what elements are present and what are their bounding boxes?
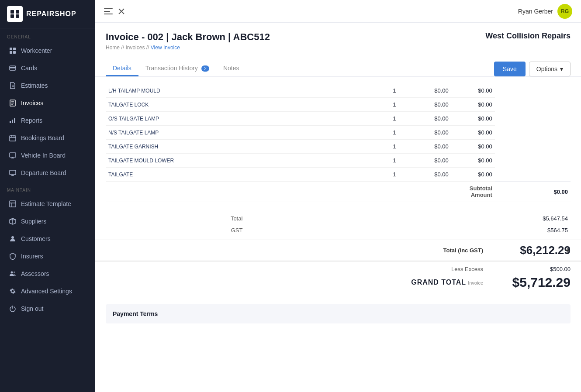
svg-rect-17: [12, 120, 13, 123]
item-unit-price: $0.00: [408, 84, 451, 98]
advanced-settings-label: Advanced Settings: [21, 288, 72, 295]
power-icon: [9, 305, 17, 313]
item-total: $0.00: [451, 98, 495, 112]
topbar-right: Ryan Gerber RG: [518, 4, 572, 19]
tab-notes-label: Notes: [223, 65, 239, 72]
invoice-icon: [9, 99, 17, 107]
breadcrumb-home: Home: [106, 45, 120, 51]
invoice-body: L/H TAILAMP MOULD 1 $0.00 $0.00 TAILGATE…: [95, 77, 581, 209]
sidebar-item-bookings-board[interactable]: Bookings Board: [2, 130, 93, 146]
gst-label: GST: [138, 224, 245, 236]
grand-total-label-group: GRAND TOTAL Invoice: [411, 279, 483, 286]
item-unit-price: $0.00: [408, 140, 451, 154]
options-button[interactable]: Options ▾: [529, 62, 571, 76]
logo-icon: [7, 6, 23, 22]
invoice-title: Invoice - 002 | Jack Brown | ABC512: [106, 31, 270, 43]
item-unit-price: $0.00: [408, 154, 451, 168]
tab-transaction-history[interactable]: Transaction History 2: [138, 61, 216, 76]
payment-terms-section: Payment Terms: [106, 304, 571, 323]
sidebar-item-reports[interactable]: Reports: [2, 112, 93, 129]
item-total: $0.00: [451, 84, 495, 98]
line-items-table: L/H TAILAMP MOULD 1 $0.00 $0.00 TAILGATE…: [106, 84, 571, 202]
table-row: TAILGATE LOCK 1 $0.00 $0.00: [106, 98, 571, 112]
tab-notes[interactable]: Notes: [216, 61, 246, 76]
close-button[interactable]: [118, 8, 125, 15]
svg-rect-3: [16, 14, 19, 18]
total-inc-gst-section: Total (Inc GST) $6,212.29 +: [95, 240, 581, 261]
sidebar-item-workcenter[interactable]: Workcenter: [2, 42, 93, 59]
svg-point-35: [11, 272, 13, 274]
item-unit-price: $0.00: [408, 112, 451, 126]
save-button[interactable]: Save: [494, 62, 526, 76]
sidebar-item-departure-board[interactable]: Departure Board: [2, 165, 93, 181]
svg-point-36: [14, 272, 15, 273]
sidebar: REPAIRSHOP GENERAL Workcenter Cards Esti…: [0, 0, 95, 392]
table-row: TAILGATE 1 $0.00 $0.00: [106, 168, 571, 182]
suppliers-label: Suppliers: [21, 218, 46, 225]
item-qty: 1: [381, 98, 408, 112]
item-total: $0.00: [451, 126, 495, 140]
subtotal-label: Subtotal Amount: [451, 182, 495, 202]
svg-rect-7: [13, 51, 16, 54]
sidebar-item-vehicle-in-board[interactable]: Vehicle In Board: [2, 147, 93, 164]
subtotal-value: $0.00: [495, 182, 571, 202]
box-icon: [9, 217, 17, 225]
chevron-down-icon: ▾: [560, 65, 563, 72]
item-qty: 1: [381, 84, 408, 98]
tab-details[interactable]: Details: [106, 61, 138, 76]
user-name: Ryan Gerber: [518, 8, 553, 15]
breadcrumb-view-invoice[interactable]: View Invoice: [151, 45, 180, 51]
sidebar-item-suppliers[interactable]: Suppliers: [2, 213, 93, 230]
customers-label: Customers: [21, 235, 51, 242]
table-row: TAILGATE GARNISH 1 $0.00 $0.00: [106, 140, 571, 154]
gst-value: $564.75: [245, 224, 571, 236]
svg-rect-1: [16, 10, 19, 14]
item-qty: 1: [381, 154, 408, 168]
sidebar-item-cards[interactable]: Cards: [2, 60, 93, 76]
sidebar-item-sign-out[interactable]: Sign out: [2, 300, 93, 317]
less-excess-row: Less Excess $500.00: [106, 266, 571, 272]
sidebar-item-advanced-settings[interactable]: Advanced Settings: [2, 283, 93, 299]
grand-total-section: Less Excess $500.00 GRAND TOTAL Invoice …: [95, 261, 581, 297]
sidebar-item-insurers[interactable]: Insurers: [2, 248, 93, 265]
totals-section: Total $5,647.54 GST $564.75: [95, 209, 581, 240]
table-row: L/H TAILAMP MOULD 1 $0.00 $0.00: [106, 84, 571, 98]
totals-table: Total $5,647.54 GST $564.75: [106, 213, 571, 236]
calendar-icon: [9, 134, 17, 142]
item-name: TAILGATE GARNISH: [106, 140, 381, 154]
table-row: TAILGATE MOULD LOWER 1 $0.00 $0.00: [106, 154, 571, 168]
user-avatar: RG: [557, 4, 572, 19]
add-charge-button[interactable]: +: [565, 245, 571, 256]
departure-board-label: Departure Board: [21, 169, 66, 176]
sidebar-item-invoices[interactable]: Invoices: [2, 95, 93, 111]
item-unit-price: $0.00: [408, 98, 451, 112]
bar-chart-icon: [9, 117, 17, 124]
sidebar-item-customers[interactable]: Customers: [2, 230, 93, 247]
tabs: Details Transaction History 2 Notes: [106, 61, 246, 76]
item-qty: 1: [381, 168, 408, 182]
svg-rect-26: [10, 170, 16, 175]
person-icon: [9, 235, 17, 243]
total-inc-gst-label: Total (Inc GST): [443, 247, 483, 254]
vehicle-in-board-label: Vehicle In Board: [21, 152, 66, 159]
item-name: N/S TAILGATE LAMP: [106, 126, 381, 140]
svg-rect-16: [10, 121, 11, 123]
menu-toggle-button[interactable]: [104, 7, 113, 16]
svg-rect-5: [13, 48, 16, 50]
gear-icon: [9, 287, 17, 295]
sidebar-item-assessors[interactable]: Assessors: [2, 265, 93, 282]
breadcrumb-invoices: Invoices: [125, 45, 145, 51]
less-excess-value: $500.00: [501, 266, 571, 272]
shield-icon: [9, 252, 17, 260]
item-total: $0.00: [451, 168, 495, 182]
sidebar-item-estimates[interactable]: Estimates: [2, 77, 93, 94]
sidebar-item-estimate-template[interactable]: Estimate Template: [2, 196, 93, 212]
svg-rect-29: [10, 201, 16, 207]
item-name: TAILGATE LOCK: [106, 98, 381, 112]
estimate-template-label: Estimate Template: [21, 200, 71, 207]
app-name: REPAIRSHOP: [26, 10, 76, 18]
table-row: O/S TAILGATE LAMP 1 $0.00 $0.00: [106, 112, 571, 126]
svg-rect-38: [104, 8, 113, 9]
payment-terms-title: Payment Terms: [113, 310, 564, 317]
item-total: $0.00: [451, 140, 495, 154]
